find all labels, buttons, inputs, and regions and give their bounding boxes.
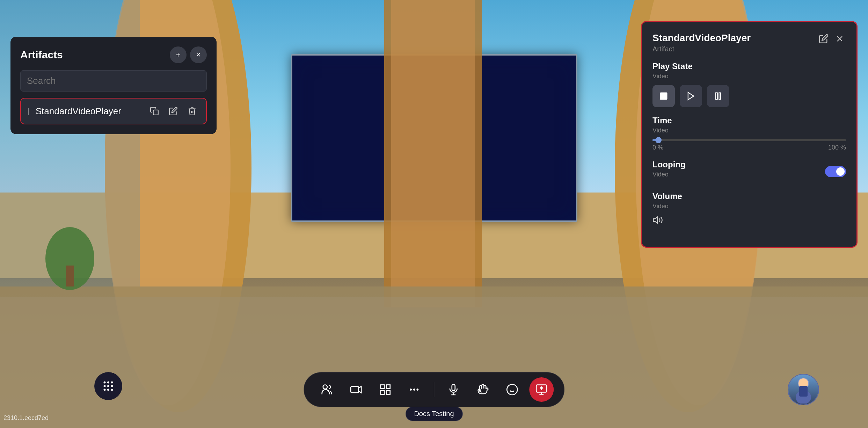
svg-point-19 <box>104 382 106 384</box>
svg-point-27 <box>111 389 113 391</box>
edit-artifact-button[interactable] <box>166 103 181 119</box>
artifacts-title: Artifacts <box>20 49 63 61</box>
svg-point-28 <box>323 385 327 389</box>
video-panel-title: StandardVideoPlayer <box>652 32 751 44</box>
search-input[interactable] <box>20 70 207 92</box>
emoji-button[interactable] <box>500 377 524 402</box>
looping-row: Looping Video <box>652 160 846 183</box>
looping-title: Looping <box>652 160 686 169</box>
svg-rect-14 <box>660 93 668 100</box>
avatar-image <box>788 375 818 405</box>
video-panel-subtitle: Artifact <box>652 45 751 53</box>
hand-raise-button[interactable] <box>471 377 495 402</box>
grid-view-button[interactable] <box>373 377 397 402</box>
svg-marker-18 <box>654 217 657 223</box>
edit-video-panel-button[interactable] <box>817 32 830 48</box>
looping-section: Looping Video <box>652 160 846 183</box>
toggle-knob <box>836 167 845 176</box>
looping-subtitle: Video <box>652 171 686 178</box>
svg-point-37 <box>507 384 517 395</box>
svg-point-20 <box>107 382 109 384</box>
artifacts-header-actions: + × <box>170 46 207 63</box>
share-screen-button[interactable] <box>529 377 554 402</box>
play-button[interactable] <box>680 85 702 107</box>
svg-rect-34 <box>452 384 455 391</box>
more-button[interactable]: ••• <box>402 377 427 402</box>
video-button[interactable] <box>344 377 368 402</box>
svg-point-21 <box>111 382 113 384</box>
svg-rect-31 <box>386 385 390 389</box>
svg-point-22 <box>104 385 106 387</box>
close-video-panel-button[interactable] <box>833 32 846 48</box>
play-controls <box>652 85 846 107</box>
video-panel-header: StandardVideoPlayer Artifact <box>652 32 846 53</box>
svg-rect-44 <box>799 386 808 397</box>
svg-point-23 <box>107 385 109 387</box>
video-panel-title-group: StandardVideoPlayer Artifact <box>652 32 751 53</box>
version-text: 2310.1.eecd7ed <box>3 414 49 422</box>
time-subtitle: Video <box>652 127 846 134</box>
cursor-indicator: | <box>27 107 29 116</box>
artifact-item-actions <box>147 103 200 119</box>
apps-grid-button[interactable] <box>94 372 122 400</box>
svg-rect-32 <box>380 391 384 394</box>
svg-rect-16 <box>716 93 717 100</box>
user-avatar[interactable] <box>788 374 819 405</box>
artifacts-header: Artifacts + × <box>20 46 207 63</box>
artifact-list-item: | StandardVideoPlayer <box>20 98 207 124</box>
play-state-section: Play State Video <box>652 61 846 107</box>
looping-toggle[interactable] <box>825 166 846 177</box>
play-state-subtitle: Video <box>652 73 846 80</box>
artifacts-panel: Artifacts + × | StandardVideoPlayer <box>10 37 217 134</box>
svg-point-26 <box>107 389 109 391</box>
toolbar-divider <box>434 382 435 397</box>
volume-subtitle: Video <box>652 203 846 210</box>
svg-marker-15 <box>688 93 694 100</box>
svg-rect-11 <box>153 110 158 115</box>
close-artifacts-button[interactable]: × <box>190 46 207 63</box>
volume-icon-row <box>652 215 846 228</box>
svg-point-25 <box>104 389 106 391</box>
volume-title: Volume <box>652 191 846 201</box>
volume-icon <box>652 215 663 228</box>
video-panel: StandardVideoPlayer Artifact Play State … <box>641 21 858 248</box>
pause-button[interactable] <box>707 85 729 107</box>
people-button[interactable] <box>314 377 339 402</box>
time-section: Time Video 0 % 100 % <box>652 116 846 151</box>
time-slider-container: 0 % 100 % <box>652 139 846 151</box>
time-title: Time <box>652 116 846 125</box>
svg-point-24 <box>111 385 113 387</box>
copy-artifact-button[interactable] <box>147 103 162 119</box>
microphone-button[interactable] <box>441 377 466 402</box>
docs-testing-badge: Docs Testing <box>405 407 462 421</box>
play-state-title: Play State <box>652 61 846 71</box>
video-panel-header-buttons <box>817 32 846 48</box>
svg-rect-10 <box>66 266 74 286</box>
toolbar-pill: ••• <box>304 372 565 407</box>
volume-section: Volume Video <box>652 191 846 228</box>
svg-rect-29 <box>351 386 359 393</box>
bottom-toolbar: ••• <box>304 372 565 407</box>
svg-rect-30 <box>380 385 384 389</box>
delete-artifact-button[interactable] <box>184 103 200 119</box>
artifact-name: StandardVideoPlayer <box>36 106 142 117</box>
looping-text-group: Looping Video <box>652 160 686 183</box>
svg-rect-17 <box>719 93 721 100</box>
add-artifact-button[interactable]: + <box>170 46 187 63</box>
stop-button[interactable] <box>652 85 675 107</box>
svg-rect-33 <box>386 391 390 394</box>
svg-rect-5 <box>391 0 475 307</box>
